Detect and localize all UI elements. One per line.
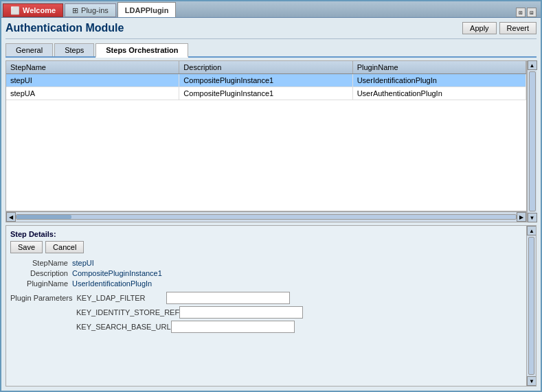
tab-plugins-label: Plug-ins: [81, 6, 109, 14]
table-scroll-down[interactable]: ▼: [528, 213, 537, 222]
table-v-scrollbar: ▲ ▼: [527, 60, 537, 222]
plugins-icon: ⊞: [72, 6, 78, 15]
tab-steps[interactable]: Steps: [54, 43, 94, 56]
param-input-2[interactable]: [171, 321, 295, 333]
description-label: Description: [10, 269, 72, 277]
step-details-title: Step Details:: [10, 230, 522, 238]
h-scroll-thumb[interactable]: [16, 215, 71, 219]
tab-general[interactable]: General: [5, 43, 53, 56]
col-description: Description: [179, 61, 352, 73]
cell-pluginname-0: UserIdentificationPlugIn: [353, 74, 526, 87]
table-body: stepUI CompositePluginInstance1 UserIden…: [6, 74, 526, 209]
table-v-track: [529, 71, 536, 211]
header-buttons: Apply Revert: [462, 22, 537, 34]
tab-welcome-label: Welcome: [23, 6, 56, 14]
steps-table: StepName Description PluginName stepUI C…: [5, 60, 527, 211]
tab-bar: ⬜ Welcome ⊞ Plug-ins LDAPPlugin ⧆ ⧇: [1, 1, 541, 18]
horizontal-scrollbar[interactable]: ◀ ▶: [5, 211, 527, 222]
tab-steps-orchestration[interactable]: Steps Orchestration: [95, 43, 188, 58]
plugin-params-main-label: Plugin Parameters: [10, 294, 77, 302]
param-row-1: KEY_IDENTITY_STORE_REF: [76, 306, 522, 319]
description-row: Description CompositePluginInstance1: [10, 269, 522, 277]
description-value: CompositePluginInstance1: [72, 269, 162, 277]
maximize-button[interactable]: ⧇: [527, 8, 537, 17]
pluginname-value: UserIdentificationPlugIn: [72, 279, 152, 288]
revert-button[interactable]: Revert: [499, 22, 537, 34]
header-divider: [5, 38, 537, 39]
cell-pluginname-1: UserAuthenticationPlugIn: [353, 87, 526, 100]
details-v-track: [528, 237, 534, 375]
save-button[interactable]: Save: [10, 241, 43, 253]
pluginname-row: PluginName UserIdentificationPlugIn: [10, 279, 522, 288]
step-detail-buttons: Save Cancel: [10, 241, 522, 253]
plugin-params-section: Plugin Parameters KEY_LDAP_FILTER KEY_ID…: [10, 292, 522, 333]
content-tab-bar: General Steps Steps Orchestration: [5, 43, 537, 58]
tab-welcome[interactable]: ⬜ Welcome: [3, 3, 63, 17]
stepname-value: stepUI: [72, 259, 94, 267]
col-pluginname: PluginName: [353, 61, 526, 73]
pluginname-label: PluginName: [10, 279, 72, 288]
page-title: Authentication Module: [5, 22, 124, 34]
param-row-0: Plugin Parameters KEY_LDAP_FILTER: [10, 292, 522, 304]
table-row[interactable]: stepUI CompositePluginInstance1 UserIden…: [6, 74, 526, 87]
welcome-icon: ⬜: [10, 6, 20, 15]
scroll-left-arrow[interactable]: ◀: [6, 212, 16, 222]
cell-stepname-0: stepUI: [6, 74, 179, 87]
h-scroll-track: [16, 214, 517, 220]
cancel-button[interactable]: Cancel: [45, 241, 84, 253]
table-header: StepName Description PluginName: [6, 61, 526, 74]
minimize-button[interactable]: ⧆: [516, 8, 526, 17]
details-scroll-down[interactable]: ▼: [527, 376, 537, 386]
param-name-1: KEY_IDENTITY_STORE_REF: [76, 308, 179, 316]
table-scroll-up[interactable]: ▲: [528, 60, 537, 70]
table-row[interactable]: stepUA CompositePluginInstance1 UserAuth…: [6, 87, 526, 100]
header: Authentication Module Apply Revert: [5, 22, 537, 34]
details-v-scrollbar: ▲ ▼: [526, 226, 536, 386]
param-input-0[interactable]: [166, 292, 290, 304]
cell-description-1: CompositePluginInstance1: [179, 87, 352, 100]
table-section: StepName Description PluginName stepUI C…: [5, 60, 537, 222]
tab-ldap-label: LDAPPlugin: [125, 6, 169, 14]
param-name-0: KEY_LDAP_FILTER: [77, 294, 166, 302]
param-row-2: KEY_SEARCH_BASE_URL: [76, 321, 522, 333]
step-details-panel: Step Details: Save Cancel StepName stepU…: [5, 225, 537, 387]
cell-description-0: CompositePluginInstance1: [179, 74, 352, 87]
details-scroll-up[interactable]: ▲: [527, 226, 537, 235]
stepname-label: StepName: [10, 259, 72, 267]
param-name-2: KEY_SEARCH_BASE_URL: [76, 323, 171, 331]
stepname-row: StepName stepUI: [10, 259, 522, 267]
scroll-right-arrow[interactable]: ▶: [517, 212, 526, 222]
tab-ldap[interactable]: LDAPPlugin: [117, 2, 177, 17]
cell-stepname-1: stepUA: [6, 87, 179, 100]
tab-plugins[interactable]: ⊞ Plug-ins: [65, 3, 116, 17]
param-input-1[interactable]: [179, 306, 303, 319]
detail-fields: StepName stepUI Description CompositePlu…: [10, 259, 522, 288]
apply-button[interactable]: Apply: [462, 22, 497, 34]
col-stepname: StepName: [6, 61, 179, 73]
